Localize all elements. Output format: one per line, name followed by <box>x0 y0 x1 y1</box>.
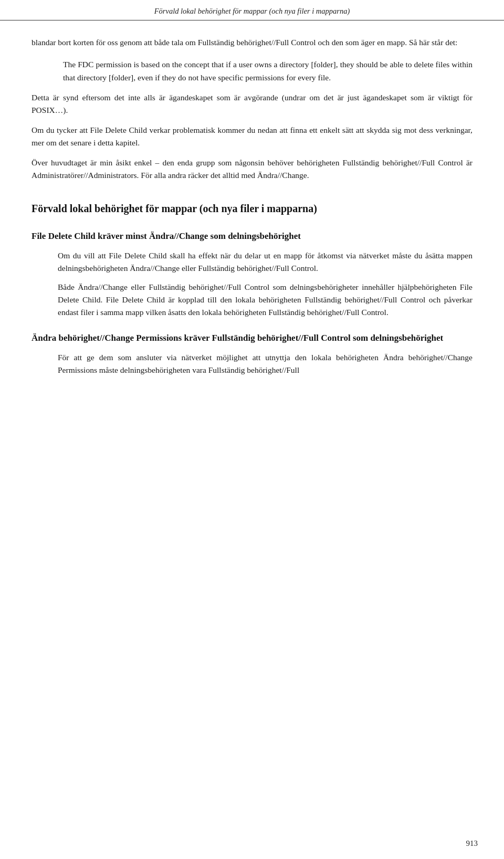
section2-heading: Ändra behörighet//Change Permissions krä… <box>32 331 472 345</box>
body-text-1: Detta är synd eftersom det inte alls är … <box>32 93 472 114</box>
body-text-3: Över huvudtaget är min åsikt enkel – den… <box>32 158 472 180</box>
section1-sub1-heading: File Delete Child kräver minst Ändra//Ch… <box>32 229 472 243</box>
body-paragraph-3: Över huvudtaget är min åsikt enkel – den… <box>32 156 472 182</box>
intro-text-1: blandar bort korten för oss genom att bå… <box>32 38 457 47</box>
header-title: Förvald lokal behörighet för mappar (och… <box>154 7 350 15</box>
fdc-text: The FDC permission is based on the conce… <box>63 60 472 81</box>
section1-sub1-body2: Både Ändra//Change eller Fullständig beh… <box>58 281 472 319</box>
body-paragraph-2: Om du tycker att File Delete Child verka… <box>32 124 472 149</box>
section1-heading: Förvald lokal behörighet för mappar (och… <box>32 201 472 217</box>
fdc-block: The FDC permission is based on the conce… <box>63 58 472 83</box>
intro-paragraph-1: blandar bort korten för oss genom att bå… <box>32 36 472 49</box>
section2-body1: För att ge dem som ansluter via nätverke… <box>58 351 472 376</box>
page-number: 913 <box>466 837 478 850</box>
page-header: Förvald lokal behörighet för mappar (och… <box>0 0 504 20</box>
body-text-2: Om du tycker att File Delete Child verka… <box>32 125 472 147</box>
body-paragraph-1: Detta är synd eftersom det inte alls är … <box>32 91 472 117</box>
section1-sub1-body1: Om du vill att File Delete Child skall h… <box>58 249 472 275</box>
main-content: blandar bort korten för oss genom att bå… <box>0 20 504 414</box>
page-container: Förvald lokal behörighet för mappar (och… <box>0 0 504 859</box>
